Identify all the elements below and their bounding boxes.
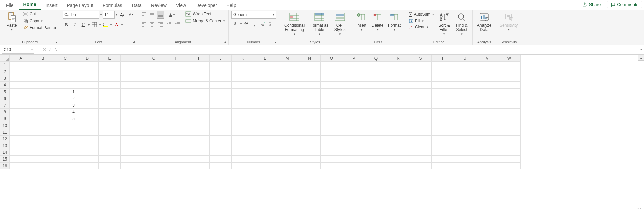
cell-M12[interactable] [276, 136, 298, 142]
tab-home[interactable]: Home [19, 0, 41, 10]
cell-C6[interactable]: 2 [54, 95, 76, 102]
cell-H4[interactable] [165, 82, 187, 89]
cell-I10[interactable] [187, 122, 210, 129]
cell-N14[interactable] [298, 149, 321, 156]
cell-L4[interactable] [254, 82, 276, 89]
cell-R8[interactable] [387, 109, 409, 115]
cell-O16[interactable] [321, 163, 343, 169]
row-header[interactable]: 9 [0, 115, 10, 122]
cell-A6[interactable] [10, 95, 32, 102]
chevron-down-icon[interactable]: ▾ [240, 22, 242, 25]
comma-format-icon[interactable]: , [251, 20, 258, 27]
alignment-launcher[interactable]: ◢ [224, 40, 227, 44]
cell-P15[interactable] [343, 156, 365, 163]
cell-K12[interactable] [232, 136, 254, 142]
cell-E14[interactable] [99, 149, 121, 156]
cell-E2[interactable] [99, 68, 121, 75]
column-header[interactable]: Q [365, 55, 387, 62]
cell-B5[interactable] [32, 89, 54, 95]
cell-U3[interactable] [454, 75, 476, 82]
fx-icon[interactable]: fx [54, 47, 57, 52]
cell-F16[interactable] [121, 163, 143, 169]
cell-V1[interactable] [476, 62, 498, 68]
cell-C11[interactable] [54, 129, 76, 136]
cell-K1[interactable] [232, 62, 254, 68]
cell-E15[interactable] [99, 156, 121, 163]
cell-K4[interactable] [232, 82, 254, 89]
cell-C10[interactable] [54, 122, 76, 129]
chevron-down-icon[interactable]: ▾ [100, 13, 102, 16]
delete-cells-button[interactable]: Delete▾ [370, 11, 385, 31]
cell-I12[interactable] [187, 136, 210, 142]
cell-A7[interactable] [10, 102, 32, 109]
column-header[interactable]: L [254, 55, 276, 62]
cell-G15[interactable] [143, 156, 165, 163]
cell-P11[interactable] [343, 129, 365, 136]
cell-I5[interactable] [187, 89, 210, 95]
cell-L14[interactable] [254, 149, 276, 156]
copy-button[interactable]: Copy ▾ [22, 18, 57, 24]
chevron-down-icon[interactable]: ▾ [121, 23, 123, 26]
cell-W8[interactable] [498, 109, 521, 115]
cell-J11[interactable] [210, 129, 232, 136]
cell-S3[interactable] [409, 75, 432, 82]
cell-C13[interactable] [54, 142, 76, 149]
cell-D9[interactable] [76, 115, 99, 122]
cell-F2[interactable] [121, 68, 143, 75]
cell-E13[interactable] [99, 142, 121, 149]
cell-I16[interactable] [187, 163, 210, 169]
cell-G13[interactable] [143, 142, 165, 149]
cell-B13[interactable] [32, 142, 54, 149]
cell-T8[interactable] [432, 109, 454, 115]
cell-K6[interactable] [232, 95, 254, 102]
cell-G3[interactable] [143, 75, 165, 82]
cell-N1[interactable] [298, 62, 321, 68]
cell-S11[interactable] [409, 129, 432, 136]
cell-D13[interactable] [76, 142, 99, 149]
cell-K15[interactable] [232, 156, 254, 163]
cell-Q8[interactable] [365, 109, 387, 115]
cell-K13[interactable] [232, 142, 254, 149]
cell-Q9[interactable] [365, 115, 387, 122]
cell-D5[interactable] [76, 89, 99, 95]
cell-O12[interactable] [321, 136, 343, 142]
cell-T7[interactable] [432, 102, 454, 109]
cell-D15[interactable] [76, 156, 99, 163]
name-box[interactable]: C10 ▾ [2, 46, 34, 54]
cell-J8[interactable] [210, 109, 232, 115]
cell-H2[interactable] [165, 68, 187, 75]
bold-button[interactable]: B [63, 21, 70, 28]
cell-U6[interactable] [454, 95, 476, 102]
font-size-input[interactable] [103, 11, 115, 19]
cell-I8[interactable] [187, 109, 210, 115]
cell-A10[interactable] [10, 122, 32, 129]
cell-I7[interactable] [187, 102, 210, 109]
cell-N8[interactable] [298, 109, 321, 115]
column-header[interactable]: N [298, 55, 321, 62]
cell-L15[interactable] [254, 156, 276, 163]
format-painter-button[interactable]: Format Painter [22, 25, 57, 31]
cell-G5[interactable] [143, 89, 165, 95]
cell-H15[interactable] [165, 156, 187, 163]
align-top-icon[interactable] [140, 11, 147, 19]
cell-I6[interactable] [187, 95, 210, 102]
row-header[interactable]: 14 [0, 149, 10, 156]
cell-B3[interactable] [32, 75, 54, 82]
cell-J13[interactable] [210, 142, 232, 149]
clear-button[interactable]: Clear▾ [408, 24, 435, 30]
cell-B11[interactable] [32, 129, 54, 136]
cell-Q5[interactable] [365, 89, 387, 95]
cell-C8[interactable]: 4 [54, 109, 76, 115]
cell-N11[interactable] [298, 129, 321, 136]
cell-B4[interactable] [32, 82, 54, 89]
cell-D14[interactable] [76, 149, 99, 156]
cell-V10[interactable] [476, 122, 498, 129]
cell-N2[interactable] [298, 68, 321, 75]
row-header[interactable]: 6 [0, 95, 10, 102]
cell-J9[interactable] [210, 115, 232, 122]
cell-M4[interactable] [276, 82, 298, 89]
cell-W10[interactable] [498, 122, 521, 129]
cell-S9[interactable] [409, 115, 432, 122]
cell-Q4[interactable] [365, 82, 387, 89]
percent-format-icon[interactable]: % [243, 20, 250, 27]
